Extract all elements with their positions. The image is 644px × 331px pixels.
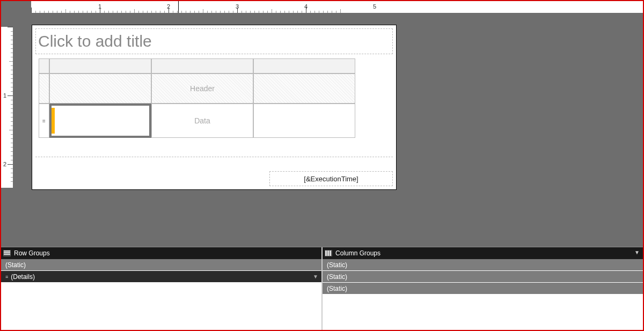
header-cell[interactable]: Header	[151, 73, 253, 104]
row-groups-list: (Static)≡(Details)▼	[1, 259, 321, 330]
footer-execution-time[interactable]: [&ExecutionTime]	[269, 171, 393, 186]
ruler-number: 1	[3, 92, 6, 99]
app-frame: 12345 12 Click to add title	[0, 0, 644, 331]
ruler-number: 1	[98, 3, 101, 10]
tablix-header-row: Header	[39, 73, 361, 104]
tablix-column-handles	[39, 58, 361, 73]
group-item-label: (Details)	[11, 273, 35, 281]
column-handle[interactable]	[49, 58, 151, 73]
data-cell[interactable]: Data	[151, 104, 253, 138]
row-groups-icon	[3, 250, 11, 256]
column-groups-icon	[325, 250, 332, 256]
column-groups-column: Column Groups ▼ (Static)(Static)(Static)	[323, 247, 643, 330]
ruler-number: 5	[373, 3, 376, 10]
column-groups-list: (Static)(Static)(Static)	[323, 259, 643, 330]
row-handle[interactable]	[39, 73, 49, 104]
row-group-details-item[interactable]: ≡(Details)▼	[1, 271, 321, 283]
svg-rect-6	[327, 251, 329, 256]
row-group-static-item[interactable]: (Static)	[1, 259, 321, 271]
data-cell-selected[interactable]	[49, 104, 151, 138]
ruler-number: 2	[3, 161, 6, 167]
report-title-text: Click to add title	[38, 32, 152, 50]
ruler-number: 2	[167, 3, 170, 10]
group-item-label: (Static)	[327, 285, 347, 292]
header-cell[interactable]	[253, 73, 355, 104]
header-cell-label: Header	[190, 84, 215, 93]
column-group-static-item[interactable]: (Static)	[323, 271, 643, 283]
vertical-ruler[interactable]: 12	[1, 27, 13, 188]
header-cell[interactable]	[49, 73, 151, 104]
body-footer-divider	[35, 157, 393, 157]
report-title-placeholder[interactable]: Click to add title	[35, 28, 393, 54]
grouping-panel: Row Groups (Static)≡(Details)▼ Column Gr…	[1, 247, 643, 330]
svg-rect-1	[4, 251, 10, 252]
design-canvas[interactable]: Click to add title Header	[13, 13, 643, 247]
svg-rect-7	[330, 251, 331, 256]
column-groups-header[interactable]: Column Groups ▼	[323, 247, 643, 259]
ruler-number: 4	[304, 3, 308, 10]
details-dropdown-icon[interactable]: ▼	[313, 274, 318, 279]
group-item-label: (Static)	[327, 261, 347, 269]
svg-rect-5	[325, 251, 327, 256]
column-handle[interactable]	[253, 58, 355, 73]
horizontal-ruler-wrap: 12345	[1, 1, 643, 13]
column-groups-label: Column Groups	[335, 249, 380, 257]
svg-rect-3	[4, 254, 10, 255]
column-handle[interactable]	[151, 58, 253, 73]
tablix-corner-handle[interactable]	[39, 58, 49, 73]
row-groups-header[interactable]: Row Groups	[1, 247, 321, 259]
tablix[interactable]: Header ≡ Data	[39, 58, 361, 138]
row-groups-label: Row Groups	[14, 249, 50, 257]
details-grip-icon: ≡	[5, 274, 8, 279]
column-groups-dropdown-icon[interactable]: ▼	[634, 249, 640, 255]
footer-value: [&ExecutionTime]	[304, 175, 358, 183]
group-item-label: (Static)	[5, 261, 26, 269]
data-cell[interactable]	[253, 104, 355, 138]
data-cell-label: Data	[194, 116, 210, 125]
tablix-data-row: ≡ Data	[39, 104, 361, 138]
details-handle-icon: ≡	[42, 118, 46, 124]
group-item-label: (Static)	[327, 273, 347, 281]
report-page[interactable]: Click to add title Header	[32, 25, 397, 190]
column-group-static-item[interactable]: (Static)	[323, 259, 643, 271]
column-group-static-item[interactable]: (Static)	[323, 283, 643, 295]
row-groups-column: Row Groups (Static)≡(Details)▼	[1, 247, 323, 330]
ruler-guide-marker[interactable]	[178, 1, 179, 13]
horizontal-ruler[interactable]: 12345	[31, 1, 643, 13]
svg-rect-2	[4, 252, 10, 253]
row-handle-details[interactable]: ≡	[39, 104, 49, 138]
ruler-number: 3	[236, 3, 239, 10]
